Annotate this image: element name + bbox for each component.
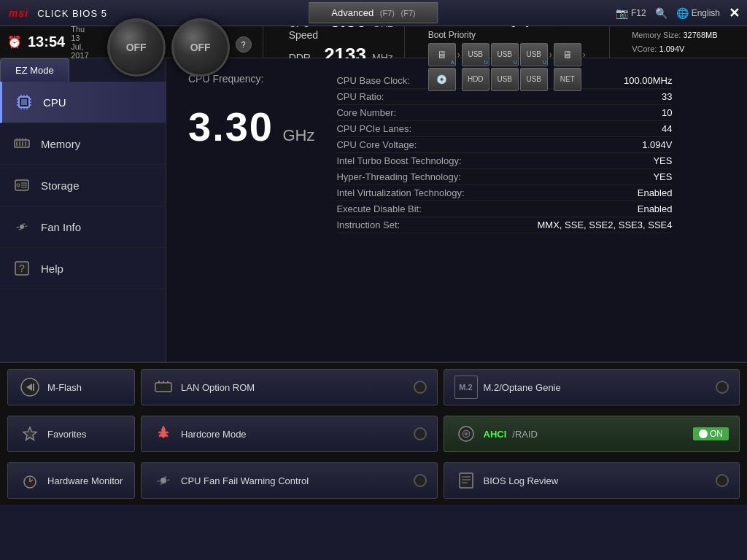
mflash-icon [18, 376, 42, 399]
ahci-raid-button[interactable]: AHCI /RAID ON [444, 416, 740, 452]
lan-rom-icon [152, 376, 175, 399]
svg-text:?: ? [19, 262, 25, 274]
lan-rom-button[interactable]: LAN Option ROM [141, 369, 438, 405]
cpu-specs-panel: CPU Base Clock: 100.00MHz CPU Ratio: 33 … [336, 73, 672, 233]
boot-icon-9[interactable]: USB [520, 68, 548, 91]
bottom-row-1: M-Flash LAN Option ROM M.2 M.2/ [7, 369, 740, 405]
cpu-fan-radio[interactable] [414, 474, 427, 487]
ahci-toggle[interactable]: ON [693, 427, 729, 440]
date-display: 13 Jul, 2017 [71, 34, 88, 60]
cpu-detail: CPU Frequency: 3.30 GHz CPU Base Clock: … [188, 73, 725, 233]
help-button[interactable]: ? [236, 36, 252, 52]
bios-log-radio[interactable] [716, 474, 729, 487]
sidebar-item-help[interactable]: ? Help [0, 248, 166, 289]
boot-icon-5[interactable]: 🖥 [554, 43, 581, 66]
lan-rom-radio[interactable] [414, 381, 427, 394]
m2-optane-button[interactable]: M.2 M.2/Optane Genie [444, 369, 740, 405]
boot-icon-3[interactable]: USBU [491, 43, 519, 66]
screenshot-button[interactable]: 📷 F12 [616, 7, 646, 19]
sidebar-fan-label: Fan Info [41, 221, 81, 233]
svg-rect-42 [460, 473, 473, 488]
m2-optane-label: M.2/Optane Genie [484, 382, 561, 393]
hardcore-radio[interactable] [414, 427, 427, 440]
oc-genie-dial[interactable]: OFF [107, 18, 166, 77]
toggle-on: ON [693, 427, 729, 440]
hw-monitor-label: Hardware Monitor [47, 475, 123, 486]
spec-turbo-boost: Intel Turbo Boost Technology: YES [336, 153, 672, 169]
ahci-label: AHCI [484, 429, 507, 440]
raid-label: /RAID [512, 429, 538, 440]
memory-icon [12, 133, 32, 154]
svg-point-28 [20, 225, 24, 229]
xmp-dial[interactable]: OFF [171, 18, 230, 77]
svg-rect-33 [155, 383, 171, 392]
language-selector[interactable]: 🌐 English [676, 7, 720, 19]
sidebar-item-fan-info[interactable]: Fan Info [0, 206, 166, 248]
spec-instruction-set: Instruction Set: MMX, SSE, SSE2, SSE3, S… [336, 217, 672, 233]
sidebar-item-storage[interactable]: Storage [0, 165, 166, 206]
spec-virtualization: Intel Virtualization Technology: Enabled [336, 185, 672, 201]
svg-rect-16 [19, 141, 20, 146]
bios-log-icon [454, 469, 478, 492]
cpu-freq-display: 3.30 [188, 104, 274, 149]
advanced-tab[interactable]: Advanced (F7) [309, 2, 438, 23]
toggle-dot [699, 429, 708, 438]
svg-point-39 [465, 432, 468, 435]
bios-log-button[interactable]: BIOS Log Review [444, 462, 740, 499]
toggle-label: ON [710, 429, 723, 439]
cpu-freq-unit: GHz [282, 126, 314, 144]
spec-core-number: Core Number: 10 [336, 105, 672, 121]
boot-icon-10[interactable]: NET [554, 68, 581, 91]
top-right-controls: 📷 F12 🔍 🌐 English ✕ [616, 5, 740, 21]
cpu-content: CPU Frequency: 3.30 GHz CPU Base Clock: … [166, 58, 747, 362]
boot-icon-7[interactable]: HDD [462, 68, 489, 91]
lan-rom-label: LAN Option ROM [181, 382, 255, 393]
hw-monitor-icon [18, 469, 42, 492]
sidebar-cpu-label: CPU [43, 96, 66, 109]
datetime-display: ⏰ 13:54 Thu 13 Jul, 2017 [7, 25, 89, 60]
app-logo: msi CLICK BIOS 5 [0, 5, 107, 20]
boot-icon-2[interactable]: USBU [462, 43, 489, 66]
help-icon: ? [12, 258, 32, 279]
boot-priority-label: Boot Priority [428, 30, 600, 40]
hardcore-label: Hardcore Mode [181, 429, 247, 440]
time-display: 13:54 [28, 34, 65, 50]
cpu-icon [14, 92, 34, 112]
ez-mode-tab[interactable]: EZ Mode [0, 58, 69, 82]
boot-icon-6[interactable]: 💿 [428, 68, 456, 91]
close-button[interactable]: ✕ [729, 5, 740, 21]
spec-pcie-lanes: CPU PCIe Lanes: 44 [336, 121, 672, 137]
sidebar-storage-label: Storage [41, 179, 80, 192]
cpu-frequency-panel: CPU Frequency: 3.30 GHz [188, 73, 314, 147]
sidebar-help-label: Help [41, 262, 63, 275]
favorites-icon [18, 422, 42, 446]
fan-icon [12, 217, 32, 237]
favorites-label: Favorites [47, 429, 86, 440]
main-area: EZ Mode [0, 58, 747, 505]
boot-icon-4[interactable]: USBU [520, 43, 548, 66]
m2-icon: M.2 [454, 376, 478, 399]
spec-hyper-threading: Hyper-Threading Technology: YES [336, 169, 672, 185]
hardcore-mode-button[interactable]: Hardcore Mode [141, 416, 438, 452]
svg-point-41 [160, 478, 166, 483]
bottom-section: M-Flash LAN Option ROM M.2 M.2/ [0, 362, 747, 505]
mflash-button[interactable]: M-Flash [7, 369, 135, 405]
cpu-fan-label: CPU Fan Fail Warning Control [181, 475, 309, 486]
mflash-label: M-Flash [47, 382, 82, 393]
hardware-monitor-button[interactable]: Hardware Monitor [7, 462, 135, 499]
sidebar-item-cpu[interactable]: CPU [0, 82, 166, 123]
svg-rect-17 [22, 141, 23, 146]
favorites-button[interactable]: Favorites [7, 416, 135, 452]
hardcore-icon [152, 422, 175, 446]
boot-icon-1[interactable]: 🖥A [428, 43, 456, 66]
spec-core-voltage: CPU Core Voltage: 1.094V [336, 137, 672, 153]
cpu-freq-value-block: 3.30 GHz [188, 106, 314, 147]
svg-rect-18 [25, 141, 26, 146]
boot-icon-8[interactable]: USB [491, 68, 519, 91]
bottom-row-2: Favorites Hardcore Mode [7, 416, 740, 452]
content-area: EZ Mode [0, 58, 747, 362]
search-button[interactable]: 🔍 [655, 7, 667, 19]
m2-optane-radio[interactable] [716, 381, 729, 394]
cpu-fan-warning-button[interactable]: CPU Fan Fail Warning Control [141, 462, 438, 499]
sidebar-item-memory[interactable]: Memory [0, 123, 166, 165]
